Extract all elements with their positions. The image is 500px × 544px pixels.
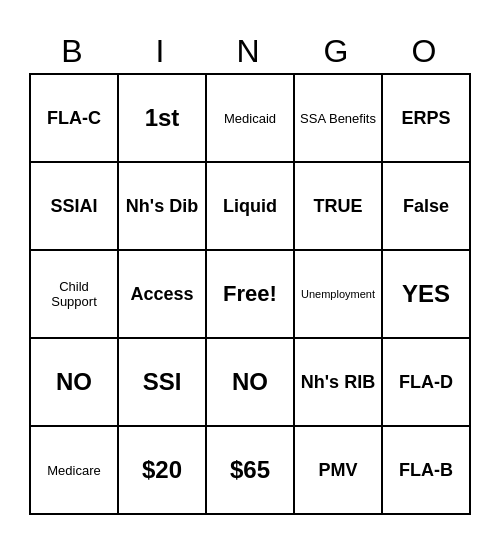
bingo-cell: NO [31,339,119,427]
header-letter: N [205,29,293,73]
header-letter: I [117,29,205,73]
header-letter: B [29,29,117,73]
bingo-cell: ERPS [383,75,471,163]
bingo-cell: FLA-D [383,339,471,427]
bingo-row: FLA-C1stMedicaidSSA BenefitsERPS [31,75,471,163]
bingo-header: BINGO [29,29,471,73]
bingo-cell: SSI [119,339,207,427]
bingo-row: Child SupportAccessFree!UnemploymentYES [31,251,471,339]
bingo-cell: 1st [119,75,207,163]
bingo-cell: FLA-B [383,427,471,515]
bingo-cell: PMV [295,427,383,515]
bingo-cell: SSA Benefits [295,75,383,163]
bingo-cell: Liquid [207,163,295,251]
header-letter: O [381,29,469,73]
bingo-cell: YES [383,251,471,339]
bingo-cell: SSIAI [31,163,119,251]
bingo-cell: Free! [207,251,295,339]
bingo-cell: Medicare [31,427,119,515]
bingo-cell: Medicaid [207,75,295,163]
bingo-cell: Unemployment [295,251,383,339]
bingo-row: Medicare$20$65PMVFLA-B [31,427,471,515]
bingo-cell: FLA-C [31,75,119,163]
bingo-row: SSIAINh's DibLiquidTRUEFalse [31,163,471,251]
bingo-grid: FLA-C1stMedicaidSSA BenefitsERPSSSIAINh'… [29,73,471,515]
bingo-row: NOSSINONh's RIBFLA-D [31,339,471,427]
bingo-card: BINGO FLA-C1stMedicaidSSA BenefitsERPSSS… [29,29,471,515]
bingo-cell: $20 [119,427,207,515]
bingo-cell: NO [207,339,295,427]
bingo-cell: Child Support [31,251,119,339]
bingo-cell: $65 [207,427,295,515]
bingo-cell: Nh's Dib [119,163,207,251]
bingo-cell: TRUE [295,163,383,251]
bingo-cell: False [383,163,471,251]
bingo-cell: Nh's RIB [295,339,383,427]
bingo-cell: Access [119,251,207,339]
header-letter: G [293,29,381,73]
